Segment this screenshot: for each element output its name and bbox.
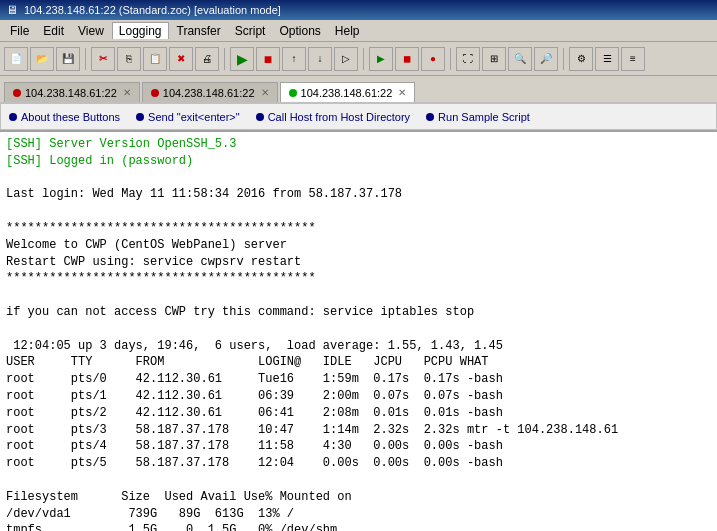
send-exit-label: Send "exit<enter>": [148, 111, 240, 123]
title-bar: 🖥 104.238.148.61:22 (Standard.zoc) [eval…: [0, 0, 717, 20]
tab-1[interactable]: 104.238.148.61:22 ✕: [4, 82, 140, 102]
call-host-label: Call Host from Host Directory: [268, 111, 410, 123]
toolbar-sep4: [450, 48, 451, 70]
menu-transfer[interactable]: Transfer: [171, 23, 227, 39]
tab1-dot: [13, 89, 21, 97]
about-label: About these Buttons: [21, 111, 120, 123]
toolbar-disconnect-btn[interactable]: ■: [256, 47, 280, 71]
tab3-close[interactable]: ✕: [398, 87, 406, 98]
toolbar-save-btn[interactable]: 💾: [56, 47, 80, 71]
menu-edit[interactable]: Edit: [37, 23, 70, 39]
tabs-bar: 104.238.148.61:22 ✕ 104.238.148.61:22 ✕ …: [0, 76, 717, 102]
quick-run-sample-btn[interactable]: Run Sample Script: [426, 111, 530, 123]
quick-call-host-btn[interactable]: Call Host from Host Directory: [256, 111, 410, 123]
tab1-close[interactable]: ✕: [123, 87, 131, 98]
toolbar: 📄 📂 💾 ✂ ⎘ 📋 ✖ 🖨 ▶ ■ ↑ ↓ ▷ ▶ ◼ ● ⛶ ⊞ 🔍 🔎 …: [0, 42, 717, 76]
toolbar-zoomin-btn[interactable]: 🔍: [508, 47, 532, 71]
toolbar-run-script-btn[interactable]: ▷: [334, 47, 358, 71]
toolbar-print-btn[interactable]: 🖨: [195, 47, 219, 71]
toolbar-sep1: [85, 48, 86, 70]
toolbar-split-btn[interactable]: ⊞: [482, 47, 506, 71]
toolbar-sep3: [363, 48, 364, 70]
toolbar-play-btn[interactable]: ▶: [369, 47, 393, 71]
toolbar-stop-btn[interactable]: ◼: [395, 47, 419, 71]
quick-about-btn[interactable]: About these Buttons: [9, 111, 120, 123]
title-icon: 🖥: [6, 3, 18, 17]
send-exit-dot: [136, 113, 144, 121]
terminal-output[interactable]: [SSH] Server Version OpenSSH_5.3 [SSH] L…: [0, 130, 717, 531]
tab3-label: 104.238.148.61:22: [301, 87, 393, 99]
toolbar-send-files-btn[interactable]: ↑: [282, 47, 306, 71]
quick-buttons-row: About these Buttons Send "exit<enter>" C…: [0, 102, 717, 130]
toolbar-copy-btn[interactable]: ⎘: [117, 47, 141, 71]
toolbar-connect-btn[interactable]: ▶: [230, 47, 254, 71]
menu-script[interactable]: Script: [229, 23, 272, 39]
tab2-label: 104.238.148.61:22: [163, 87, 255, 99]
about-dot: [9, 113, 17, 121]
quick-send-exit-btn[interactable]: Send "exit<enter>": [136, 111, 240, 123]
toolbar-extra2-btn[interactable]: ≡: [621, 47, 645, 71]
run-sample-dot: [426, 113, 434, 121]
toolbar-fullscreen-btn[interactable]: ⛶: [456, 47, 480, 71]
call-host-dot: [256, 113, 264, 121]
toolbar-extra-btn[interactable]: ☰: [595, 47, 619, 71]
toolbar-new-btn[interactable]: 📄: [4, 47, 28, 71]
toolbar-record-btn[interactable]: ●: [421, 47, 445, 71]
toolbar-receive-files-btn[interactable]: ↓: [308, 47, 332, 71]
toolbar-settings-btn[interactable]: ⚙: [569, 47, 593, 71]
toolbar-sep2: [224, 48, 225, 70]
tab2-dot: [151, 89, 159, 97]
tab-3[interactable]: 104.238.148.61:22 ✕: [280, 82, 416, 102]
menu-bar: File Edit View Logging Transfer Script O…: [0, 20, 717, 42]
tab3-dot: [289, 89, 297, 97]
window-title: 104.238.148.61:22 (Standard.zoc) [evalua…: [24, 4, 281, 16]
toolbar-zoomout-btn[interactable]: 🔎: [534, 47, 558, 71]
toolbar-open-btn[interactable]: 📂: [30, 47, 54, 71]
tab2-close[interactable]: ✕: [261, 87, 269, 98]
menu-logging[interactable]: Logging: [112, 22, 169, 39]
run-sample-label: Run Sample Script: [438, 111, 530, 123]
menu-options[interactable]: Options: [273, 23, 326, 39]
toolbar-cut-btn[interactable]: ✂: [91, 47, 115, 71]
toolbar-delete-btn[interactable]: ✖: [169, 47, 193, 71]
toolbar-sep5: [563, 48, 564, 70]
menu-file[interactable]: File: [4, 23, 35, 39]
tab-2[interactable]: 104.238.148.61:22 ✕: [142, 82, 278, 102]
menu-view[interactable]: View: [72, 23, 110, 39]
tab1-label: 104.238.148.61:22: [25, 87, 117, 99]
toolbar-paste-btn[interactable]: 📋: [143, 47, 167, 71]
menu-help[interactable]: Help: [329, 23, 366, 39]
